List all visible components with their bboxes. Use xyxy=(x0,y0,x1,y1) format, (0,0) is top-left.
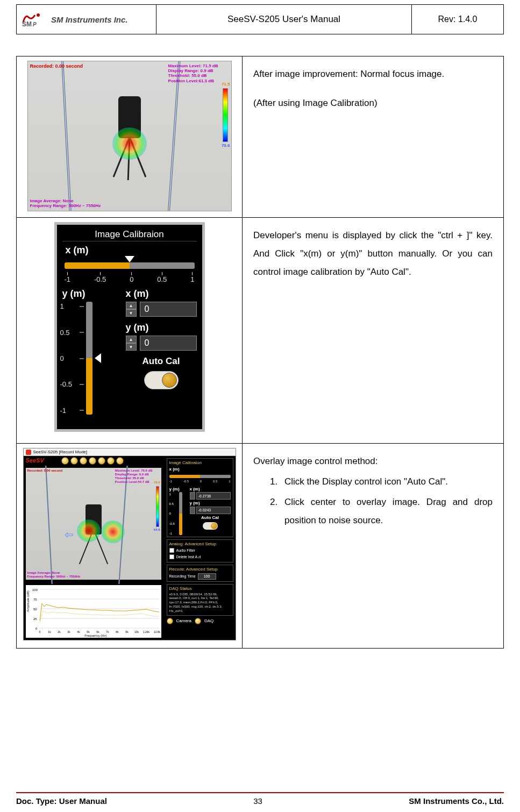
spinner-up-icon[interactable]: ▲ xyxy=(126,302,137,309)
y-value-spinner[interactable]: ▲ ▼ 0 xyxy=(126,336,197,351)
record-section: Recode: Advanced Setup Recording Time 10… xyxy=(167,565,233,582)
audio-filter-checkbox[interactable]: Audio Filter xyxy=(169,548,231,553)
row-overlay-control: SeeSV-S205 [Record Mode] SeeSV xyxy=(17,444,503,648)
acoustic-blob-overlay[interactable] xyxy=(77,519,101,542)
toggle-knob-icon[interactable] xyxy=(162,373,177,388)
xtick: 3k xyxy=(67,630,70,633)
company-label: SM Instruments Co., Ltd. xyxy=(409,796,504,806)
section-title: Image Calibraion xyxy=(169,460,231,466)
cable-icon xyxy=(166,61,180,211)
camera-label: Camera xyxy=(176,618,191,623)
y-slider-mini[interactable]: 1 0.5 0 -0.5 -1 xyxy=(169,492,188,535)
level-info-overlay: Maximum Level: 70.6 dB Display Range: 6.… xyxy=(115,469,153,484)
image-average: Image Average: None xyxy=(30,198,101,204)
toolbar-button[interactable] xyxy=(61,457,69,465)
panel-title: Image Calibraion xyxy=(62,228,197,241)
colorbar-max: 71.5 xyxy=(222,82,230,87)
row2-desc-cell: Developer's menu is displayed by click t… xyxy=(243,218,503,443)
row3-step-1: Click the Display control icon "Auto Cal… xyxy=(280,473,493,491)
calibration-section: Image Calibraion x (m) -1 -0.5 0 0.5 xyxy=(167,458,233,537)
window-title: SeeSV-S205 [Record Mode] xyxy=(33,450,88,454)
y-value-mini[interactable]: -0.0243 xyxy=(196,507,231,514)
x-slider[interactable]: -1 -0.5 0 0.5 1 xyxy=(65,258,195,285)
xtick: 6k xyxy=(96,630,99,633)
checkbox-icon[interactable] xyxy=(169,548,174,553)
tick: 0.5 xyxy=(169,502,174,506)
round-button[interactable] xyxy=(195,618,201,624)
daq-section: DAQ Status v0.9.3, 0.035, 08/29/14, 15:5… xyxy=(167,584,233,616)
round-button[interactable] xyxy=(167,618,173,624)
row-after-image-improvement: Recorded: 0.00 second Maximum Level: 71.… xyxy=(17,56,503,218)
svg-text:P: P xyxy=(33,22,37,27)
xtick: 4k xyxy=(77,630,80,633)
acoustic-blob-overlay xyxy=(112,127,147,160)
image-calibration-panel: Image Calibraion x (m) -1 -0.5 0 0.5 1 xyxy=(54,222,205,432)
svg-point-0 xyxy=(37,13,40,17)
tick: 0 xyxy=(130,272,133,283)
tick: 0.5 xyxy=(157,272,167,283)
row2-desc: Developer's menu is displayed by click t… xyxy=(253,226,493,281)
toolbar-button[interactable] xyxy=(98,457,105,465)
camera-view[interactable]: ⇦ Recorded: 0.00 second Maximum Level: 7… xyxy=(26,468,161,580)
cable-icon xyxy=(61,61,72,211)
slider-thumb-icon[interactable] xyxy=(95,353,101,363)
colorbar-max: 70.6 xyxy=(154,481,160,484)
x-slider-mini[interactable]: -1 -0.5 0 0.5 1 xyxy=(169,474,231,486)
y-slider[interactable]: 1 0.5 0 -0.5 -1 xyxy=(80,302,114,415)
xtick: 9k xyxy=(125,630,129,633)
spinner-icon[interactable] xyxy=(190,492,195,500)
ytick: 75 xyxy=(33,598,37,601)
y-value-field[interactable]: 0 xyxy=(140,336,197,351)
spinner-up-icon[interactable]: ▲ xyxy=(126,336,137,343)
delete-inst-checkbox[interactable]: Delete Inst A.d xyxy=(169,554,231,559)
recording-time-field[interactable]: 100 xyxy=(198,573,216,580)
max-level: Maximum Level: 71.5 dB xyxy=(168,63,218,68)
ytick: 100 xyxy=(32,588,38,592)
threshold: Threshold: 55.0 dB xyxy=(115,476,153,480)
x-value-spinner-mini[interactable]: -0.2738 xyxy=(190,492,231,500)
spinner-down-icon[interactable]: ▼ xyxy=(126,309,137,317)
toolbar-button[interactable] xyxy=(107,457,115,465)
slider-thumb-icon[interactable] xyxy=(125,256,134,262)
autocal-toggle-mini[interactable] xyxy=(203,522,218,530)
x-value-mini[interactable]: -0.2738 xyxy=(196,492,231,500)
app-left-pane: SeeSV xyxy=(24,456,165,640)
bottom-info-overlay: Image Average: None Frequency Range: 500… xyxy=(30,198,101,209)
checkbox-label: Delete Inst A.d xyxy=(176,554,201,559)
svg-text:SM: SM xyxy=(22,20,32,27)
bottom-status-buttons: Camera DAQ xyxy=(167,618,233,624)
tick: 0 xyxy=(60,354,64,362)
toolbar-button[interactable] xyxy=(89,457,96,465)
autocal-toggle[interactable] xyxy=(144,371,179,389)
footer-divider xyxy=(16,792,504,793)
help-button[interactable] xyxy=(116,457,124,465)
daq-label: DAQ xyxy=(204,618,213,623)
spinner-down-icon[interactable]: ▼ xyxy=(126,343,137,351)
toolbar-button[interactable] xyxy=(70,457,78,465)
row1-desc-line2: (After using Image Calibration) xyxy=(253,94,493,112)
row3-step-2: Click center to overlay image. Drag and … xyxy=(280,493,493,530)
xtick: 12.8k xyxy=(153,630,160,633)
x-value-field[interactable]: 0 xyxy=(140,302,197,317)
tick: -0.5 xyxy=(169,522,175,526)
colorbar-min: 70.6 xyxy=(222,143,230,148)
xtick: 10k xyxy=(134,630,139,633)
row2-image-cell: Image Calibraion x (m) -1 -0.5 0 0.5 1 xyxy=(17,218,243,443)
xtick: 2k xyxy=(58,630,61,633)
content-table: Recorded: 0.00 second Maximum Level: 71.… xyxy=(16,56,504,649)
tick: 1 xyxy=(229,479,230,483)
colorbar-min: 64.6 xyxy=(154,528,160,531)
spinner-icon[interactable] xyxy=(190,507,195,514)
threshold: Threshold: 55.0 dB xyxy=(168,73,218,78)
row3-image-cell: SeeSV-S205 [Record Mode] SeeSV xyxy=(17,444,243,648)
xtick: 1.26k xyxy=(143,630,149,633)
row-image-calibration: Image Calibraion x (m) -1 -0.5 0 0.5 1 xyxy=(17,218,503,444)
x-value-spinner[interactable]: ▲ ▼ 0 xyxy=(126,302,197,317)
tick: 1 xyxy=(60,302,64,310)
freq-range: Frequency Range: 500Hz ~ 7550Hz xyxy=(30,203,101,209)
toolbar-button[interactable] xyxy=(80,457,87,465)
y-value-spinner-mini[interactable]: -0.0243 xyxy=(190,507,231,514)
drag-arrow-icon: ⇦ xyxy=(65,528,74,541)
checkbox-icon[interactable] xyxy=(169,554,174,559)
autocal-label-mini: Auto Cal xyxy=(190,515,231,521)
